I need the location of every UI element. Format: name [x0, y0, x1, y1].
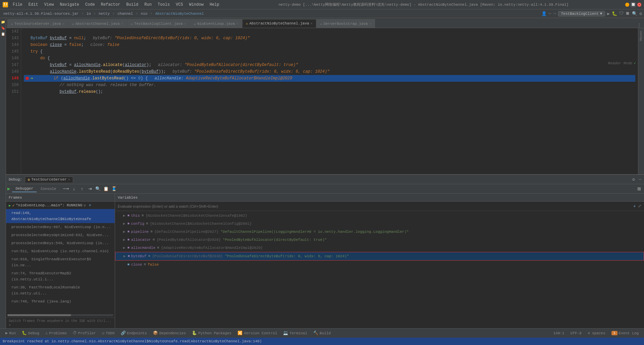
evaluate-expand-icon[interactable]: ⤢ — [638, 204, 641, 209]
tab-testbacklogclient[interactable]: ☕ TestBacklogClient.java ✕ — [127, 19, 190, 28]
frame-item-7[interactable]: run:30, FastThreadLocalRunnable (io.nett… — [6, 283, 115, 297]
debug-run-button[interactable]: 🐛 — [612, 11, 617, 16]
nav-forward-icon[interactable]: → — [553, 11, 556, 16]
var-expand-this[interactable]: ▶ — [123, 213, 125, 219]
nav-io[interactable]: io — [85, 11, 92, 16]
status-build[interactable]: 🔨 Build — [311, 330, 333, 336]
frame-item-2[interactable]: processSelectedKeysOptimized:632, NioEve… — [6, 231, 115, 239]
debug-resume-button[interactable]: ▶ — [7, 186, 10, 192]
status-profiler[interactable]: ⏱ Profiler — [70, 330, 99, 336]
debug-step-over-button[interactable]: ⟶ — [62, 185, 69, 193]
tabs-more-button[interactable]: ⋮ — [637, 22, 641, 28]
sidebar-project-icon[interactable]: 📁 — [0, 19, 6, 25]
debug-settings-icon[interactable]: ⚙ — [632, 177, 635, 182]
frame-item-6[interactable]: run:74, ThreadExecutorMap$2 (io.netty.ut… — [6, 269, 115, 283]
status-encoding[interactable]: UTF-8 — [568, 331, 584, 336]
tab-testsourceserver-close[interactable]: ✕ — [62, 22, 64, 26]
status-problems[interactable]: ⚠ Problems — [43, 330, 69, 336]
frame-item-5[interactable]: run:918, SingleThreadEventExecutor$5 (io… — [6, 255, 115, 269]
frame-item-0[interactable]: read:149, AbstractNioByteChannel$NioByte… — [6, 209, 115, 223]
var-expand-pipeline[interactable]: ▶ — [123, 229, 125, 235]
variable-pipeline[interactable]: ▶ ■ pipeline = {DefaultChannelPipeline@2… — [115, 228, 644, 236]
nav-nio[interactable]: nio — [140, 11, 149, 16]
right-tab-maven[interactable]: Maven — [639, 28, 644, 44]
menu-run[interactable]: Run — [142, 2, 154, 8]
debug-step-into-button[interactable]: ↓ — [70, 185, 77, 193]
frame-item-3[interactable]: processSelectedKeys:549, NioEventLoop (i… — [6, 239, 115, 247]
menu-tools[interactable]: Tools — [155, 2, 172, 8]
tab-nioeventloop-close[interactable]: ✕ — [236, 22, 238, 26]
debug-session-tab[interactable]: ⚙ TestSourceServer ✕ — [25, 177, 73, 183]
menu-build[interactable]: Build — [123, 2, 141, 8]
variable-this[interactable]: ▶ ■ this = {NioSocketChannel$NioSocketCh… — [115, 212, 644, 220]
menu-help[interactable]: Help — [207, 2, 222, 8]
debug-step-out-button[interactable]: ↑ — [78, 185, 86, 193]
status-event-log[interactable]: 1 Event Log — [609, 330, 641, 336]
settings-icon[interactable]: ⚙ — [639, 11, 642, 16]
nav-profile-icon[interactable]: 👤 — [541, 11, 547, 16]
tab-abstractniobytechannel-close[interactable]: ✕ — [311, 21, 313, 25]
coverage-button[interactable]: 🛡 — [619, 11, 624, 16]
menu-edit[interactable]: Edit — [26, 2, 41, 8]
tab-serverbootstrap-close[interactable]: ✕ — [369, 22, 371, 26]
frame-item-1[interactable]: processSelectedKey:697, NioEventLoop (io… — [6, 223, 115, 231]
tab-abstractchannel[interactable]: ☕ AbstractChannel.java ✕ — [68, 19, 127, 28]
stop-button[interactable]: ⏹ — [626, 11, 630, 16]
run-config-selector[interactable]: TestBacklogClient ▼ — [558, 11, 605, 16]
status-position[interactable]: 149:1 — [551, 331, 567, 336]
nav-channel[interactable]: channel — [116, 11, 134, 16]
var-expand-allocator[interactable]: ▶ — [123, 237, 125, 243]
var-expand-allochandle[interactable]: ▶ — [123, 245, 125, 251]
status-debug[interactable]: 🐛 Debug — [19, 330, 42, 336]
status-endpoints[interactable]: 🔗 Endpoints — [118, 330, 150, 336]
run-button[interactable]: ▶ — [607, 11, 610, 16]
status-todo[interactable]: ☑ TODO — [99, 330, 117, 336]
sidebar-bookmark-icon[interactable]: 🔖 — [0, 25, 6, 31]
variable-bytebuf[interactable]: ▶ ■ byteBuf = {PooledUnsafeDirectByteBuf… — [115, 252, 644, 261]
nav-netty[interactable]: netty — [97, 11, 111, 16]
thread-filter-icon[interactable]: ▽ — [84, 203, 86, 208]
add-watch-button[interactable]: + — [633, 204, 636, 209]
frame-item-4[interactable]: run:511, NioEventLoop (io.netty.channel.… — [6, 247, 115, 255]
status-python-packages[interactable]: 🐍 Python Packages — [189, 330, 234, 336]
nav-class[interactable]: AbstractNioByteChannel — [154, 11, 205, 16]
status-indent[interactable]: 4 spaces — [585, 331, 608, 336]
debug-layout-button[interactable]: ⊞ — [635, 185, 643, 193]
debug-threads-button[interactable]: 🧵 — [110, 185, 118, 193]
reader-mode-button[interactable]: Reader Mode ✓ — [608, 61, 636, 65]
menu-vcs[interactable]: VCS — [173, 2, 186, 8]
status-terminal[interactable]: 💻 Terminal — [280, 330, 310, 336]
status-dependencies[interactable]: 📦 Dependencies — [150, 330, 189, 336]
tab-testbacklogclient-close[interactable]: ✕ — [184, 22, 186, 26]
debug-session-close[interactable]: ✕ — [68, 178, 70, 182]
debug-tab-debugger[interactable]: Debugger — [12, 186, 37, 192]
debug-run-to-cursor-button[interactable]: ⇥ — [86, 185, 94, 193]
search-everywhere-icon[interactable]: 🔍 — [632, 11, 637, 16]
menu-navigate[interactable]: Navigate — [57, 2, 82, 8]
var-expand-config[interactable]: ▶ — [123, 221, 125, 227]
evaluate-input[interactable] — [118, 204, 633, 208]
tab-abstractniobytechannel[interactable]: ☕ AbstractNioByteChannel.java ✕ — [242, 19, 316, 28]
frames-scroll-indicator[interactable] — [7, 314, 113, 316]
menu-window[interactable]: Window — [186, 2, 206, 8]
tab-nioeventloop[interactable]: ☕ NioEventLoop.java ✕ — [190, 19, 242, 28]
tab-testsourceserver[interactable]: ☕ TestSourceServer.java ✕ — [7, 19, 68, 28]
status-version-control[interactable]: 🔀 Version Control — [235, 330, 280, 336]
thread-add-watch-icon[interactable]: + — [89, 203, 91, 208]
menu-refactor[interactable]: Refactor — [98, 2, 123, 8]
debug-minimize-icon[interactable]: — — [639, 177, 641, 182]
variable-allochandle[interactable]: ▶ ■ allocHandle = {AdaptiveRecvByteBufAl… — [115, 244, 644, 252]
close-button[interactable]: ✕ — [637, 3, 641, 7]
debug-frames-button[interactable]: 📋 — [102, 185, 110, 193]
debug-evaluate-button[interactable]: 🔍 — [94, 185, 102, 193]
variable-config[interactable]: ▶ ■ config = {NioSocketChannel$NioSocket… — [115, 220, 644, 228]
maximize-button[interactable]: ⬜ — [631, 2, 636, 7]
menu-file[interactable]: File — [10, 2, 25, 8]
menu-code[interactable]: Code — [83, 2, 98, 8]
status-run[interactable]: ▶ Run — [3, 330, 18, 336]
nav-back-icon[interactable]: ← — [549, 11, 551, 16]
frame-item-8[interactable]: run:748, Thread (java.lang) — [6, 297, 115, 305]
variable-allocator[interactable]: ▶ ■ allocator = {PooledByteBufAllocator@… — [115, 236, 644, 244]
var-expand-bytebuf[interactable]: ▶ — [123, 253, 126, 259]
minimize-button[interactable]: — — [625, 3, 629, 7]
